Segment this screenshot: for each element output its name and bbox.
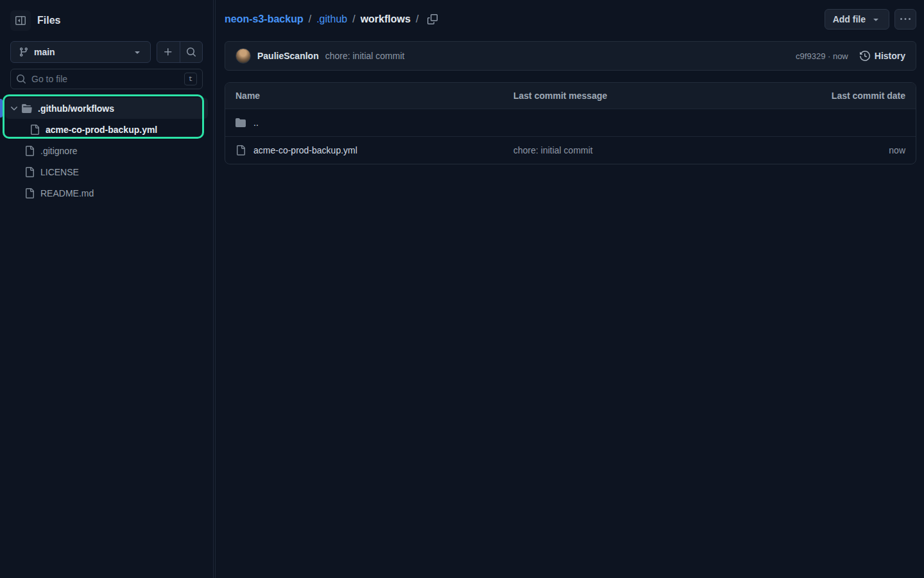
- file-table: Name Last commit message Last commit dat…: [225, 82, 916, 164]
- copy-icon: [427, 14, 438, 24]
- collapse-file-tree-button[interactable]: [10, 10, 31, 31]
- more-options-button[interactable]: [894, 9, 916, 30]
- shortcut-key-badge: t: [184, 73, 197, 85]
- file-icon: [24, 146, 35, 156]
- file-name-link[interactable]: acme-co-prod-backup.yml: [253, 145, 357, 155]
- parent-dir-link[interactable]: ..: [253, 118, 259, 128]
- history-button[interactable]: History: [860, 51, 905, 61]
- breadcrumb-repo-link[interactable]: neon-s3-backup: [225, 13, 304, 25]
- commit-author-link[interactable]: PaulieScanlon: [257, 51, 319, 61]
- commit-meta-group: c9f9329 · now History: [796, 51, 905, 61]
- commit-message-link[interactable]: chore: initial commit: [325, 51, 405, 61]
- file-icon: [24, 188, 35, 198]
- topbar: neon-s3-backup / .github / workflows / A…: [225, 9, 916, 30]
- row-commit-date: now: [809, 145, 905, 155]
- breadcrumb: neon-s3-backup / .github / workflows /: [225, 13, 438, 25]
- branch-name: main: [34, 47, 127, 57]
- column-last-commit-date: Last commit date: [809, 91, 905, 101]
- file-icon: [235, 145, 246, 155]
- latest-commit-bar: PaulieScanlon chore: initial commit c9f9…: [225, 41, 916, 71]
- breadcrumb-separator: /: [309, 13, 311, 25]
- search-this-repo-button[interactable]: [180, 42, 203, 62]
- git-branch-icon: [19, 47, 29, 57]
- top-actions: Add file: [825, 9, 916, 30]
- search-icon: [186, 47, 196, 57]
- commit-sha-time[interactable]: c9f9329 · now: [796, 51, 848, 61]
- folder-icon: [235, 118, 246, 128]
- breadcrumb-separator: /: [352, 13, 355, 25]
- file-tree-sidebar: Files main: [0, 0, 214, 578]
- tree-item-readme[interactable]: README.md: [5, 182, 208, 204]
- files-header: Files: [10, 10, 203, 31]
- breadcrumb-current-dir: workflows: [361, 13, 411, 25]
- folder-open-icon: [22, 103, 32, 114]
- triangle-down-icon: [132, 47, 142, 57]
- breadcrumb-dir-link[interactable]: .github: [316, 13, 347, 25]
- branch-selector[interactable]: main: [10, 41, 151, 63]
- kebab-horizontal-icon: [900, 14, 911, 24]
- sidebar-collapse-icon: [15, 15, 26, 26]
- column-last-commit-message: Last commit message: [513, 91, 809, 101]
- sidebar-title: Files: [37, 15, 60, 26]
- branch-row: main: [10, 41, 203, 63]
- chevron-down-icon: [9, 103, 19, 114]
- avatar[interactable]: [235, 48, 251, 64]
- add-file-button[interactable]: Add file: [825, 9, 889, 30]
- go-to-file-input[interactable]: [31, 74, 179, 84]
- plus-icon: [163, 47, 173, 57]
- tree-item-github-workflows[interactable]: .github/workflows: [5, 98, 208, 119]
- active-item-indicator: [0, 99, 3, 118]
- tree-item-gitignore[interactable]: .gitignore: [5, 140, 208, 161]
- copy-path-button[interactable]: [427, 14, 438, 24]
- table-row-acme-co-prod-backup-yml[interactable]: acme-co-prod-backup.yml chore: initial c…: [225, 136, 916, 164]
- table-row-parent-dir[interactable]: ..: [225, 109, 916, 136]
- go-to-file-search[interactable]: t: [10, 69, 203, 89]
- search-icon: [16, 74, 26, 84]
- tree-actions-group: [157, 41, 203, 63]
- file-tree: .github/workflows acme-co-prod-backup.ym…: [5, 98, 208, 204]
- row-commit-message-link[interactable]: chore: initial commit: [513, 145, 809, 155]
- triangle-down-icon: [871, 14, 881, 24]
- column-name: Name: [235, 91, 513, 101]
- file-table-header: Name Last commit message Last commit dat…: [225, 83, 916, 109]
- file-icon: [24, 167, 35, 177]
- new-file-button[interactable]: [157, 42, 180, 62]
- tree-item-license[interactable]: LICENSE: [5, 161, 208, 182]
- breadcrumb-separator: /: [416, 13, 418, 25]
- file-icon: [30, 125, 40, 135]
- history-icon: [860, 51, 870, 61]
- code-view-main: neon-s3-backup / .github / workflows / A…: [215, 0, 924, 578]
- github-code-view: Files main: [0, 0, 924, 578]
- tree-item-acme-co-prod-backup-yml[interactable]: acme-co-prod-backup.yml: [5, 119, 208, 140]
